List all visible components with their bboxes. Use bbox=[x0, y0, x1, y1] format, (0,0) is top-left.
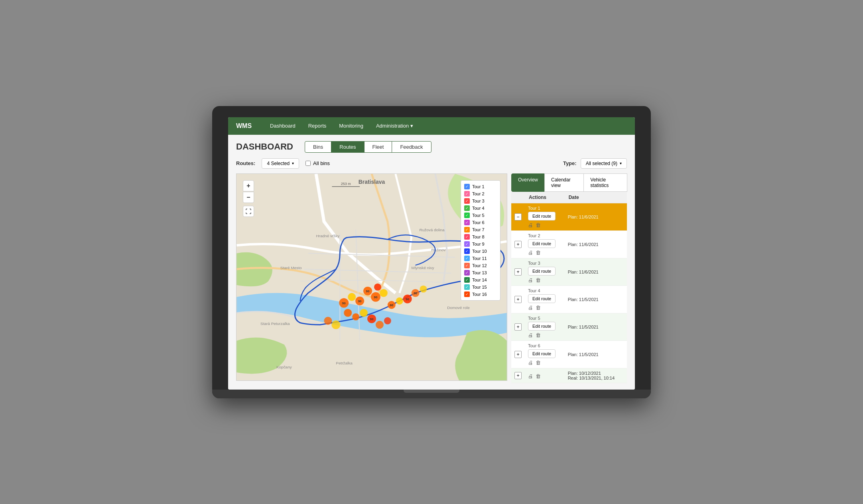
tab-calendar-view[interactable]: Calendar view bbox=[544, 173, 584, 192]
delete-icon[interactable]: 🗑 bbox=[536, 222, 541, 228]
action-icons: 🖨🗑 bbox=[528, 222, 562, 228]
print-icon[interactable]: 🖨 bbox=[528, 305, 533, 311]
delete-icon[interactable]: 🗑 bbox=[536, 305, 541, 311]
tour-legend-item[interactable]: ✓ Tour 10 bbox=[464, 248, 497, 255]
tour-checkbox[interactable]: ✓ bbox=[464, 191, 470, 197]
delete-icon[interactable]: 🗑 bbox=[536, 373, 541, 379]
tour-legend-item[interactable]: ✓ Tour 7 bbox=[464, 226, 497, 233]
svg-point-18 bbox=[384, 317, 391, 324]
svg-point-16 bbox=[420, 285, 427, 292]
nav-reports[interactable]: Reports bbox=[302, 117, 333, 135]
tour-legend-item[interactable]: ✓ Tour 13 bbox=[464, 269, 497, 276]
expand-button[interactable]: + bbox=[514, 296, 522, 303]
real-date: Real: 10/13/2021, 10:14 bbox=[568, 376, 624, 380]
tour-checkbox[interactable]: ✓ bbox=[464, 184, 470, 189]
expand-button[interactable]: + bbox=[514, 268, 522, 276]
tour-legend-item[interactable]: ✓ Tour 8 bbox=[464, 233, 497, 240]
action-icons: 🖨🗑 bbox=[528, 250, 562, 256]
zoom-in-button[interactable]: + bbox=[243, 180, 254, 191]
svg-text:253 m: 253 m bbox=[341, 181, 351, 185]
expand-button[interactable]: + bbox=[514, 351, 522, 358]
tour-legend-item[interactable]: ✓ Tour 4 bbox=[464, 205, 497, 212]
tour-checkbox[interactable]: ✓ bbox=[464, 198, 470, 204]
print-icon[interactable]: 🖨 bbox=[528, 222, 533, 228]
plan-date: Plan: 11/5/2021 bbox=[568, 352, 624, 357]
edit-route-button[interactable]: Edit route bbox=[528, 349, 556, 358]
edit-route-button[interactable]: Edit route bbox=[528, 267, 556, 276]
plan-date: Plan: 10/12/2021 bbox=[568, 371, 624, 376]
delete-icon[interactable]: 🗑 bbox=[536, 332, 541, 338]
tour-legend-item[interactable]: ✓ Tour 14 bbox=[464, 276, 497, 284]
expand-button[interactable]: + bbox=[514, 241, 522, 248]
tour-checkbox[interactable]: ✓ bbox=[464, 291, 470, 297]
nav-dashboard[interactable]: Dashboard bbox=[264, 117, 302, 135]
fullscreen-button[interactable] bbox=[243, 206, 254, 217]
tour-label: Tour 4 bbox=[528, 288, 562, 293]
tour-legend-item[interactable]: ✓ Tour 12 bbox=[464, 262, 497, 269]
allbins-checkbox[interactable] bbox=[305, 161, 311, 166]
tour-checkbox[interactable]: ✓ bbox=[464, 284, 470, 290]
tour-label: Tour 14 bbox=[472, 278, 487, 282]
tour-legend-item[interactable]: ✓ Tour 15 bbox=[464, 284, 497, 291]
expand-button[interactable]: − bbox=[514, 213, 522, 220]
tour-checkbox[interactable]: ✓ bbox=[464, 270, 470, 276]
print-icon[interactable]: 🖨 bbox=[528, 373, 533, 379]
tour-checkbox[interactable]: ✓ bbox=[464, 220, 470, 225]
tour-checkbox[interactable]: ✓ bbox=[464, 248, 470, 254]
expand-button[interactable]: + bbox=[514, 323, 522, 331]
routes-dropdown[interactable]: 4 Selected bbox=[262, 158, 299, 169]
tour-legend-item[interactable]: ✓ Tour 16 bbox=[464, 291, 497, 298]
edit-route-button[interactable]: Edit route bbox=[528, 294, 556, 303]
tour-legend-item[interactable]: ✓ Tour 6 bbox=[464, 219, 497, 226]
print-icon[interactable]: 🖨 bbox=[528, 360, 533, 366]
tour-legend-item[interactable]: ✓ Tour 11 bbox=[464, 255, 497, 262]
expand-cell: + bbox=[511, 285, 525, 313]
print-icon[interactable]: 🖨 bbox=[528, 250, 533, 256]
tab-feedback[interactable]: Feedback bbox=[392, 141, 431, 153]
fullscreen-icon bbox=[246, 209, 251, 214]
tour-legend-item[interactable]: ✓ Tour 3 bbox=[464, 197, 497, 205]
tab-overview[interactable]: Overview bbox=[511, 173, 545, 192]
tour-checkbox[interactable]: ✓ bbox=[464, 241, 470, 247]
tour-legend-item[interactable]: ✓ Tour 5 bbox=[464, 212, 497, 219]
edit-route-button[interactable]: Edit route bbox=[528, 212, 556, 220]
zoom-out-button[interactable]: − bbox=[243, 192, 254, 203]
tab-routes[interactable]: Routes bbox=[331, 141, 364, 153]
plan-date: Plan: 11/5/2021 bbox=[568, 297, 624, 302]
svg-text:90: 90 bbox=[406, 297, 409, 301]
nav-items: Dashboard Reports Monitoring Administrat… bbox=[264, 117, 420, 135]
edit-route-button[interactable]: Edit route bbox=[528, 322, 556, 331]
print-icon[interactable]: 🖨 bbox=[528, 332, 533, 338]
allbins-checkbox-label[interactable]: All bins bbox=[305, 160, 330, 166]
tour-checkbox[interactable]: ✓ bbox=[464, 263, 470, 268]
tour-checkbox[interactable]: ✓ bbox=[464, 277, 470, 283]
tour-legend-item[interactable]: ✓ Tour 2 bbox=[464, 190, 497, 197]
svg-text:Stará Peturzalka: Stará Peturzalka bbox=[260, 321, 290, 325]
tour-label: Tour 5 bbox=[472, 213, 485, 218]
tour-checkbox[interactable]: ✓ bbox=[464, 213, 470, 218]
type-dropdown[interactable]: All selected (9) bbox=[581, 158, 627, 169]
tab-fleet[interactable]: Fleet bbox=[364, 141, 392, 153]
tour-label: Tour 11 bbox=[472, 256, 487, 261]
nav-monitoring[interactable]: Monitoring bbox=[333, 117, 370, 135]
tour-checkbox[interactable]: ✓ bbox=[464, 256, 470, 261]
tour-label: Tour 9 bbox=[472, 242, 485, 246]
table-row: −Tour 1Edit route🖨🗑Plan: 11/6/2021 bbox=[511, 203, 627, 230]
tab-vehicle-statistics[interactable]: Vehicle statistics bbox=[583, 173, 627, 192]
delete-icon[interactable]: 🗑 bbox=[536, 277, 541, 283]
tour-legend-item[interactable]: ✓ Tour 1 bbox=[464, 183, 497, 190]
tour-checkbox[interactable]: ✓ bbox=[464, 205, 470, 211]
delete-icon[interactable]: 🗑 bbox=[536, 250, 541, 256]
tour-checkbox[interactable]: ✓ bbox=[464, 234, 470, 240]
tour-legend-item[interactable]: ✓ Tour 9 bbox=[464, 240, 497, 248]
nav-administration[interactable]: Administration ▾ bbox=[370, 117, 420, 135]
print-icon[interactable]: 🖨 bbox=[528, 277, 533, 283]
expand-button[interactable]: + bbox=[514, 372, 522, 379]
tour-checkbox[interactable]: ✓ bbox=[464, 227, 470, 232]
tour-label: Tour 7 bbox=[472, 227, 485, 232]
map-container[interactable]: 90 90 90 90 90 90 90 90 Bratislava Hradn… bbox=[236, 173, 507, 381]
edit-route-button[interactable]: Edit route bbox=[528, 239, 556, 248]
delete-icon[interactable]: 🗑 bbox=[536, 360, 541, 366]
tour-legend: ✓ Tour 1 ✓ Tour 2 ✓ Tour 3 ✓ Tour 4 ✓ To… bbox=[461, 180, 500, 301]
tab-bins[interactable]: Bins bbox=[305, 141, 331, 153]
